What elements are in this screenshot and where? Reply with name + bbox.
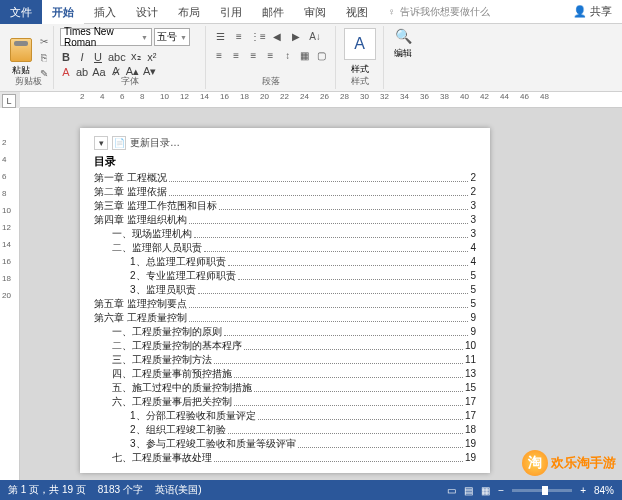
view-print-icon[interactable]: ▤ [464,485,473,496]
zoom-out-button[interactable]: − [498,485,504,496]
paragraph-group: ☰ ≡ ⋮≡ ◀ ▶ A↓ ≡ ≡ ≡ ≡ ↕ ▦ ▢ 段落 [206,26,336,89]
tab-mail[interactable]: 邮件 [252,0,294,24]
toc-toolbar: ▾ 📄 更新目录… [94,136,476,150]
styles-icon: A [354,35,365,53]
toc-entry[interactable]: 2、组织工程竣工初验18 [94,423,476,437]
font-group: Times New Roman ▼ 五号 ▼ B I U abc x₂ x² A… [54,26,206,89]
toc-menu-icon[interactable]: ▾ [94,136,108,150]
share-button[interactable]: 👤 共享 [563,4,622,19]
shading-button[interactable]: ▦ [298,47,312,63]
toc-entry[interactable]: 第三章 监理工作范围和目标3 [94,199,476,213]
styles-group-label: 样式 [336,75,383,88]
tab-insert[interactable]: 插入 [84,0,126,24]
subscript-button[interactable]: x₂ [130,50,142,63]
toc-entry[interactable]: 第二章 监理依据2 [94,185,476,199]
font-size-select[interactable]: 五号 ▼ [154,28,190,46]
zoom-in-button[interactable]: + [580,485,586,496]
decrease-indent-button[interactable]: ◀ [269,28,285,44]
font-name-select[interactable]: Times New Roman ▼ [60,28,152,46]
align-center-button[interactable]: ≡ [229,47,243,63]
ruler-vertical[interactable]: 2468101214161820 [0,108,20,480]
numbering-button[interactable]: ≡ [231,28,247,44]
superscript-button[interactable]: x² [146,51,158,63]
bold-button[interactable]: B [60,51,72,63]
share-label: 共享 [590,4,612,19]
italic-button[interactable]: I [76,51,88,63]
toc-entry[interactable]: 六、工程质量事后把关控制17 [94,395,476,409]
copy-icon[interactable]: ⎘ [37,51,51,65]
borders-button[interactable]: ▢ [315,47,329,63]
menu-bar: 文件 开始 插入 设计 布局 引用 邮件 审阅 视图 ♀ 告诉我你想要做什么 👤… [0,0,622,24]
justify-button[interactable]: ≡ [263,47,277,63]
toc-entry[interactable]: 四、工程质量事前预控措施13 [94,367,476,381]
status-words[interactable]: 8183 个字 [98,483,143,497]
editing-label: 编辑 [394,47,412,60]
find-icon[interactable]: 🔍 [395,28,412,44]
tab-file[interactable]: 文件 [0,0,42,24]
align-left-button[interactable]: ≡ [212,47,226,63]
status-language[interactable]: 英语(美国) [155,483,202,497]
clipboard-label: 剪贴板 [4,75,53,88]
tab-view[interactable]: 视图 [336,0,378,24]
tab-home[interactable]: 开始 [42,0,84,24]
view-web-icon[interactable]: ▦ [481,485,490,496]
styles-group: A 样式 样式 [336,26,384,89]
clipboard-group: 粘贴 ✂ ⎘ ✎ 剪贴板 [4,26,54,89]
status-bar: 第 1 页，共 19 页 8183 个字 英语(美国) ▭ ▤ ▦ − + 84… [0,480,622,500]
toc-entry[interactable]: 3、监理员职责5 [94,283,476,297]
editing-group: 🔍 编辑 [384,26,422,89]
tab-review[interactable]: 审阅 [294,0,336,24]
toc-entry[interactable]: 第五章 监理控制要点5 [94,297,476,311]
lightbulb-icon: ♀ [388,6,396,17]
ribbon: 粘贴 ✂ ⎘ ✎ 剪贴板 Times New Roman ▼ 五号 ▼ [0,24,622,92]
toc-entry[interactable]: 第六章 工程质量控制9 [94,311,476,325]
multilevel-button[interactable]: ⋮≡ [250,28,266,44]
toc-entry[interactable]: 二、工程质量控制的基本程序10 [94,339,476,353]
tell-me-label: 告诉我你想要做什么 [400,5,490,19]
paste-button[interactable]: 粘贴 [10,38,32,77]
toc-heading: 目录 [94,154,476,169]
font-group-label: 字体 [54,75,205,88]
tab-design[interactable]: 设计 [126,0,168,24]
chevron-down-icon: ▼ [141,34,148,41]
tab-references[interactable]: 引用 [210,0,252,24]
font-name-value: Times New Roman [64,26,141,48]
document-area[interactable]: ▾ 📄 更新目录… 目录 第一章 工程概况2第二章 监理依据2第三章 监理工作范… [20,108,622,480]
toc-entry[interactable]: 第一章 工程概况2 [94,171,476,185]
chevron-down-icon: ▼ [180,34,187,41]
toc-body: 第一章 工程概况2第二章 监理依据2第三章 监理工作范围和目标3第四章 监理组织… [94,171,476,465]
paste-icon [10,38,32,62]
view-read-icon[interactable]: ▭ [447,485,456,496]
tell-me-search[interactable]: ♀ 告诉我你想要做什么 [378,5,563,19]
share-icon: 👤 [573,5,587,18]
ruler-horizontal[interactable]: 2468101214161820222426283032343638404244… [20,92,622,108]
align-right-button[interactable]: ≡ [246,47,260,63]
toc-entry[interactable]: 3、参与工程竣工验收和质量等级评审19 [94,437,476,451]
sort-button[interactable]: A↓ [307,28,323,44]
tab-selector[interactable]: L [2,94,16,108]
bullets-button[interactable]: ☰ [212,28,228,44]
page: ▾ 📄 更新目录… 目录 第一章 工程概况2第二章 监理依据2第三章 监理工作范… [80,128,490,473]
zoom-slider[interactable] [512,489,572,492]
toc-entry[interactable]: 七、工程质量事故处理19 [94,451,476,465]
underline-button[interactable]: U [92,51,104,63]
toc-entry[interactable]: 1、分部工程验收和质量评定17 [94,409,476,423]
toc-entry[interactable]: 二、监理部人员职责4 [94,241,476,255]
toc-entry[interactable]: 一、工程质量控制的原则9 [94,325,476,339]
toc-entry[interactable]: 2、专业监理工程师职责5 [94,269,476,283]
strikethrough-button[interactable]: abc [108,51,126,63]
tab-layout[interactable]: 布局 [168,0,210,24]
styles-button[interactable]: A [344,28,376,60]
toc-entry[interactable]: 第四章 监理组织机构3 [94,213,476,227]
increase-indent-button[interactable]: ▶ [288,28,304,44]
zoom-value[interactable]: 84% [594,485,614,496]
toc-update-button[interactable]: 更新目录… [130,136,180,150]
cut-icon[interactable]: ✂ [37,35,51,49]
status-page[interactable]: 第 1 页，共 19 页 [8,483,86,497]
toc-entry[interactable]: 三、工程质量控制方法11 [94,353,476,367]
toc-entry[interactable]: 五、施工过程中的质量控制措施15 [94,381,476,395]
line-spacing-button[interactable]: ↕ [281,47,295,63]
toc-entry[interactable]: 1、总监理工程师职责4 [94,255,476,269]
toc-entry[interactable]: 一、现场监理机构3 [94,227,476,241]
toc-update-icon[interactable]: 📄 [112,136,126,150]
